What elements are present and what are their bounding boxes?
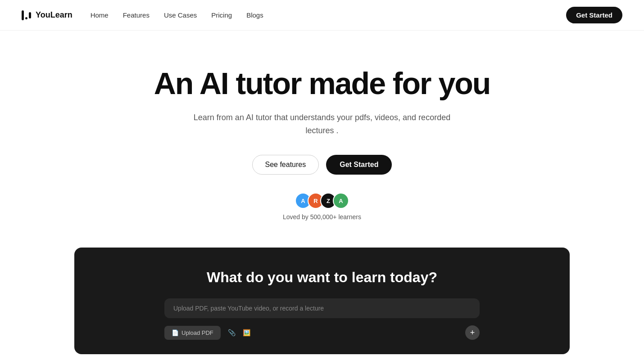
nav-link-features[interactable]: Features (123, 11, 150, 19)
demo-input-placeholder: Upload PDF, paste YouTube video, or reco… (173, 305, 471, 312)
nav-item-home[interactable]: Home (91, 11, 109, 19)
navbar-left: YouLearn Home Features Use Cases Pricing… (22, 10, 263, 20)
hero-buttons: See features Get Started (252, 155, 392, 175)
demo-toolbar: 📄 Upload PDF 📎 🖼️ + (164, 325, 480, 340)
logo[interactable]: YouLearn (22, 10, 73, 20)
nav-item-use-cases[interactable]: Use Cases (164, 11, 197, 19)
avatar-4: A (333, 193, 349, 209)
logo-bar-short (29, 12, 31, 18)
nav-item-pricing[interactable]: Pricing (211, 11, 232, 19)
brand-name: YouLearn (36, 10, 73, 20)
upload-pdf-label: Upload PDF (181, 329, 213, 336)
nav-get-started-button[interactable]: Get Started (566, 7, 622, 23)
upload-pdf-button[interactable]: 📄 Upload PDF (164, 326, 221, 340)
hero-get-started-button[interactable]: Get Started (326, 155, 392, 175)
hero-subtitle: Learn from an AI tutor that understands … (187, 111, 457, 137)
nav-link-home[interactable]: Home (91, 11, 109, 19)
nav-link-use-cases[interactable]: Use Cases (164, 11, 197, 19)
hero-section: An AI tutor made for you Learn from an A… (0, 31, 644, 239)
logo-dot (25, 17, 27, 19)
demo-input-bar: Upload PDF, paste YouTube video, or reco… (164, 298, 480, 318)
upload-icon: 📄 (172, 329, 179, 336)
nav-link-pricing[interactable]: Pricing (211, 11, 232, 19)
avatar-group: A R Z A (295, 193, 349, 209)
social-proof-text: Loved by 500,000+ learners (283, 213, 361, 221)
demo-section: What do you want to learn today? Upload … (0, 239, 644, 354)
add-button[interactable]: + (465, 325, 480, 340)
image-icon: 🖼️ (243, 329, 250, 336)
nav-link-blogs[interactable]: Blogs (246, 11, 263, 19)
nav-links: Home Features Use Cases Pricing Blogs (91, 11, 263, 19)
hero-title: An AI tutor made for you (154, 67, 490, 100)
nav-item-blogs[interactable]: Blogs (246, 11, 263, 19)
logo-icon (22, 10, 31, 20)
demo-title: What do you want to learn today? (207, 269, 437, 286)
nav-item-features[interactable]: Features (123, 11, 150, 19)
logo-bar-tall (22, 10, 24, 20)
clip-icon: 📎 (228, 329, 236, 336)
navbar: YouLearn Home Features Use Cases Pricing… (0, 0, 644, 31)
demo-window: What do you want to learn today? Upload … (74, 248, 570, 354)
social-proof: A R Z A Loved by 500,000+ learners (283, 193, 361, 221)
see-features-button[interactable]: See features (252, 155, 319, 175)
